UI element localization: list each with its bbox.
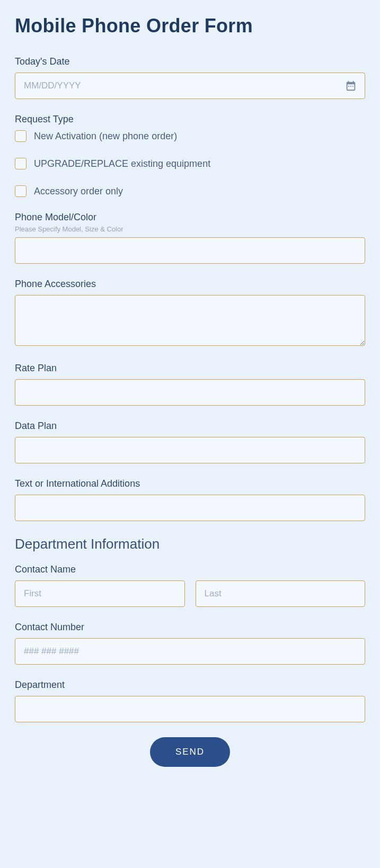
accessories-input[interactable] [15, 295, 365, 346]
accessories-label: Phone Accessories [15, 279, 365, 290]
department-input[interactable] [15, 696, 365, 722]
contact-number-label: Contact Number [15, 622, 365, 633]
request-type-options: New Activation (new phone order) UPGRADE… [15, 130, 365, 197]
contact-number-input[interactable] [15, 638, 365, 665]
checkbox-label: UPGRADE/REPLACE existing equipment [34, 158, 210, 169]
date-input[interactable] [15, 73, 365, 99]
phone-model-field: Phone Model/Color Please Specify Model, … [15, 212, 365, 264]
first-name-input[interactable] [15, 580, 185, 607]
request-type-option: UPGRADE/REPLACE existing equipment [15, 158, 365, 169]
department-section-title: Department Information [15, 536, 365, 552]
checkbox-label: Accessory order only [34, 186, 123, 197]
date-input-wrapper [15, 73, 365, 99]
intl-field: Text or International Additions [15, 478, 365, 521]
last-name-input[interactable] [196, 580, 366, 607]
checkbox-accessory-only[interactable] [15, 185, 26, 197]
checkbox-new-activation[interactable] [15, 130, 26, 142]
submit-row: SEND [15, 737, 365, 767]
checkbox-label: New Activation (new phone order) [34, 131, 177, 142]
request-type-field: Request Type New Activation (new phone o… [15, 114, 365, 197]
checkbox-upgrade-replace[interactable] [15, 158, 26, 169]
intl-label: Text or International Additions [15, 478, 365, 489]
send-button[interactable]: SEND [150, 737, 230, 767]
phone-model-sublabel: Please Specify Model, Size & Color [15, 225, 365, 233]
request-type-option: Accessory order only [15, 185, 365, 197]
phone-model-label: Phone Model/Color [15, 212, 365, 223]
rate-plan-input[interactable] [15, 379, 365, 406]
rate-plan-field: Rate Plan [15, 363, 365, 406]
contact-name-field: Contact Name [15, 564, 365, 607]
rate-plan-label: Rate Plan [15, 363, 365, 374]
contact-number-field: Contact Number [15, 622, 365, 665]
date-label: Today's Date [15, 56, 365, 67]
accessories-field: Phone Accessories [15, 279, 365, 348]
request-type-label: Request Type [15, 114, 365, 125]
data-plan-label: Data Plan [15, 420, 365, 432]
department-label: Department [15, 679, 365, 691]
contact-name-row [15, 580, 365, 607]
page-title: Mobile Phone Order Form [15, 15, 365, 37]
intl-input[interactable] [15, 495, 365, 521]
contact-name-label: Contact Name [15, 564, 365, 575]
data-plan-field: Data Plan [15, 420, 365, 463]
request-type-option: New Activation (new phone order) [15, 130, 365, 142]
phone-model-input[interactable] [15, 237, 365, 264]
date-field: Today's Date [15, 56, 365, 99]
calendar-icon[interactable] [345, 80, 357, 92]
data-plan-input[interactable] [15, 437, 365, 463]
department-field: Department [15, 679, 365, 722]
